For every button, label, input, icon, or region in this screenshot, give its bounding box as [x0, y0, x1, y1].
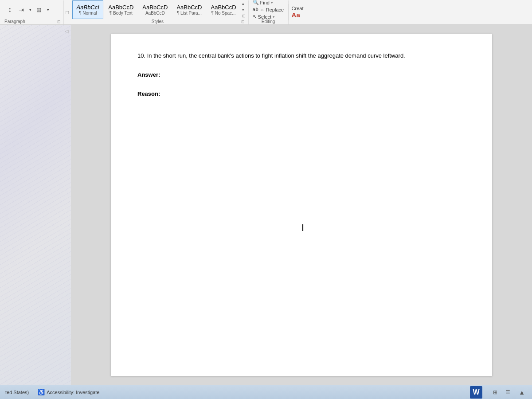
accessibility-label: Accessibility: Investigate [47, 390, 99, 395]
shading-icon[interactable]: ⊞ [34, 4, 44, 15]
main-content: ◁ 10. In the short run, the central bank… [0, 25, 532, 385]
left-margin: ◁ [0, 25, 71, 385]
ruler-arrow: ◁ [65, 28, 68, 34]
replace-button[interactable]: ab ↔ Replace [251, 6, 286, 13]
replace-icon: ab [253, 7, 258, 12]
paragraph-expand-icon[interactable]: ⊡ [57, 20, 61, 24]
styles-expand[interactable]: ⊡ [242, 14, 246, 18]
reason-label: Reason: [137, 90, 466, 97]
ribbon: ↕ ⇥ ▾ ⊞ ▾ Paragraph ⊡ □ AaBbCcI ¶ Normal [0, 0, 532, 25]
style-list-para-preview: AaBbCcD [176, 4, 202, 11]
find-button[interactable]: 🔍 Find ▾ [251, 0, 286, 6]
paragraph-section: ↕ ⇥ ▾ ⊞ ▾ Paragraph ⊡ [2, 0, 64, 24]
style-list-para[interactable]: AaBbCcD ¶ List Para... [172, 0, 206, 19]
find-dropdown[interactable]: ▾ [271, 0, 273, 5]
document-page: 10. In the short run, the central bank's… [111, 34, 492, 376]
indent-icon[interactable]: ⇥ [16, 4, 27, 15]
creat-label: Creat [292, 6, 304, 11]
style-normal[interactable]: AaBbCcI ¶ Normal [72, 0, 103, 19]
style-aabbccd1[interactable]: AaBbCcD AaBbCcD [138, 0, 172, 19]
style-list-para-label: ¶ List Para... [177, 11, 202, 16]
replace-icon2: ↔ [260, 7, 265, 12]
style-aabbccd1-label: AaBbCcD [145, 11, 165, 16]
editing-section: 🔍 Find ▾ ab ↔ Replace ↖ Select ▾ Editing [249, 0, 289, 24]
style-no-spac-label: ¶ No Spac... [211, 11, 236, 16]
view-icons: ⊞ ☰ [489, 387, 513, 398]
styles-scroll-up[interactable]: ▴ [242, 1, 246, 6]
style-body-text[interactable]: AaBbCcD ¶ Body Text [104, 0, 137, 19]
shading-dropdown-icon[interactable]: ▾ [45, 4, 51, 15]
styles-section: AaBbCcI ¶ Normal AaBbCcD ¶ Body Text AaB… [70, 0, 248, 24]
taskbar-right: W ⊞ ☰ ▲ [470, 386, 527, 399]
scroll-up-icon[interactable]: ▲ [517, 388, 527, 397]
sort-icon[interactable]: ↕ [4, 4, 15, 15]
style-body-text-label: ¶ Body Text [110, 11, 133, 16]
style-body-text-preview: AaBbCcD [108, 4, 133, 11]
select-dropdown[interactable]: ▾ [273, 15, 275, 19]
editing-label: Editing [262, 19, 275, 24]
word-icon[interactable]: W [470, 386, 482, 399]
grid-view-icon[interactable]: ⊞ [489, 387, 501, 398]
style-normal-label: ¶ Normal [79, 11, 97, 16]
doc-area[interactable]: 10. In the short run, the central bank's… [71, 25, 532, 385]
creat-section: Creat Aa [289, 4, 306, 20]
find-label: Find [260, 0, 270, 5]
language-text: ted States) [5, 390, 29, 395]
style-aabbccd1-preview: AaBbCcD [142, 4, 168, 11]
list-view-icon[interactable]: ☰ [502, 387, 513, 398]
status-bar: ted States) ♿ Accessibility: Investigate… [0, 385, 532, 399]
accessibility-icon: ♿ [38, 389, 45, 395]
text-cursor: I [301, 222, 304, 234]
answer-label: Answer: [137, 71, 466, 78]
question-text: 10. In the short run, the central bank's… [137, 51, 466, 61]
accessibility-button[interactable]: ♿ Accessibility: Investigate [38, 389, 99, 395]
reason-section: Reason: [137, 90, 466, 97]
styles-scroll-down[interactable]: ▾ [242, 8, 246, 12]
style-no-spac[interactable]: AaBbCcD ¶ No Spac... [207, 0, 240, 19]
styles-bottom-label: Styles [74, 19, 241, 24]
paragraph-label: Paragraph [4, 19, 25, 24]
answer-section: Answer: [137, 71, 466, 78]
question-10: 10. In the short run, the central bank's… [137, 51, 466, 61]
indent-dropdown-icon[interactable]: ▾ [27, 4, 33, 15]
style-no-spac-preview: AaBbCcD [211, 4, 236, 11]
find-icon: 🔍 [253, 0, 259, 5]
styles-expand-icon[interactable]: ⊡ [241, 20, 245, 24]
aa-button[interactable]: Aa [292, 11, 304, 19]
replace-label: Replace [266, 7, 284, 12]
ruler-toggle-icon[interactable]: □ [64, 8, 70, 16]
style-normal-preview: AaBbCcI [77, 4, 99, 11]
